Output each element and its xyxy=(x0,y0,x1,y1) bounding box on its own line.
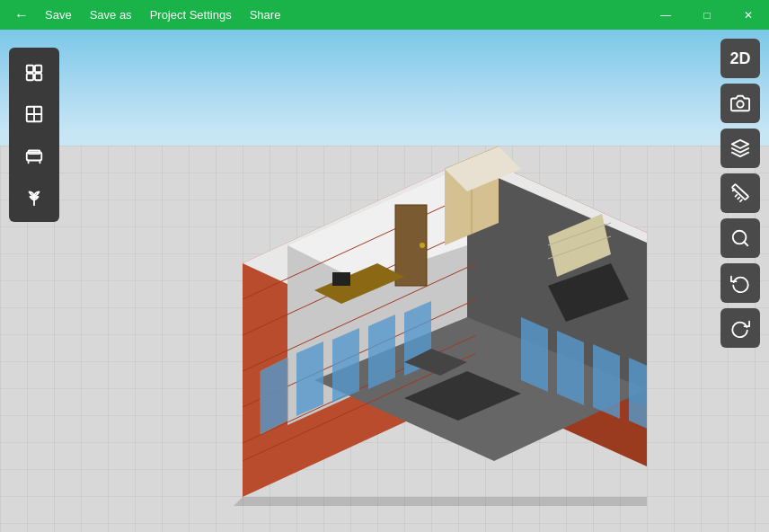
undo-icon xyxy=(730,273,750,293)
save-as-button[interactable]: Save as xyxy=(81,0,141,30)
svg-point-51 xyxy=(737,101,743,107)
svg-marker-21 xyxy=(593,344,620,419)
camera-icon xyxy=(730,93,750,113)
layers-icon xyxy=(730,138,750,158)
minimize-button[interactable]: — xyxy=(645,0,686,30)
2d-view-button[interactable]: 2D xyxy=(720,39,760,78)
undo-button[interactable] xyxy=(720,263,760,303)
main-scene: 2D xyxy=(0,30,769,532)
svg-line-58 xyxy=(744,242,747,245)
svg-marker-17 xyxy=(368,315,395,389)
svg-rect-33 xyxy=(332,272,350,286)
close-button[interactable]: ✕ xyxy=(728,0,769,30)
svg-marker-22 xyxy=(629,358,647,432)
project-settings-button[interactable]: Project Settings xyxy=(141,0,241,30)
svg-point-26 xyxy=(420,243,425,248)
rooms-icon xyxy=(24,63,44,83)
ruler-icon xyxy=(730,183,750,203)
layers-button[interactable] xyxy=(720,129,760,168)
save-button[interactable]: Save xyxy=(36,0,81,30)
search-icon xyxy=(730,228,750,248)
svg-line-53 xyxy=(736,195,738,197)
plants-button[interactable] xyxy=(14,177,54,217)
furniture-icon xyxy=(24,146,44,165)
camera-button[interactable] xyxy=(720,84,760,123)
svg-rect-40 xyxy=(27,66,33,72)
redo-button[interactable] xyxy=(720,308,760,348)
svg-line-56 xyxy=(733,189,735,191)
svg-marker-52 xyxy=(732,140,748,148)
svg-marker-15 xyxy=(296,341,323,416)
plants-icon xyxy=(24,187,44,207)
redo-icon xyxy=(730,318,750,338)
svg-rect-41 xyxy=(35,66,41,72)
svg-line-54 xyxy=(738,198,739,200)
svg-marker-16 xyxy=(332,328,359,403)
search-button[interactable] xyxy=(720,218,760,258)
window-icon xyxy=(24,104,44,124)
left-toolbar xyxy=(9,48,59,222)
share-button[interactable]: Share xyxy=(241,0,290,30)
svg-marker-20 xyxy=(557,331,584,405)
svg-line-55 xyxy=(740,200,742,201)
furniture-button[interactable] xyxy=(14,136,54,175)
svg-marker-39 xyxy=(216,497,647,506)
building-3d[interactable] xyxy=(90,66,647,506)
window-controls: — □ ✕ xyxy=(645,0,769,30)
svg-rect-43 xyxy=(35,74,41,80)
maximize-button[interactable]: □ xyxy=(686,0,728,30)
svg-marker-19 xyxy=(521,317,548,392)
measure-button[interactable] xyxy=(720,173,760,213)
svg-rect-42 xyxy=(27,74,33,80)
titlebar: ← Save Save as Project Settings Share — … xyxy=(0,0,769,30)
2d-label: 2D xyxy=(729,49,750,68)
back-button[interactable]: ← xyxy=(7,0,36,30)
right-toolbar: 2D xyxy=(720,39,760,348)
rooms-button[interactable] xyxy=(14,53,54,93)
windows-button[interactable] xyxy=(14,94,54,134)
